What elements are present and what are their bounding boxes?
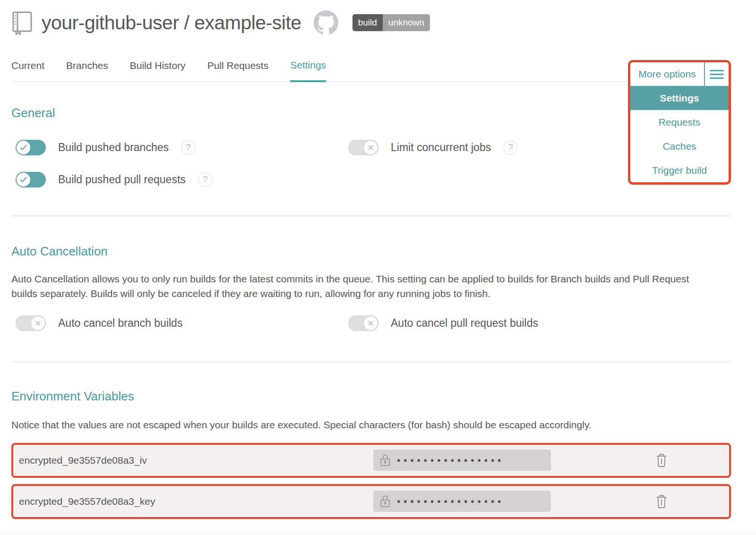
toggle-build-pushed-branches[interactable] xyxy=(16,140,46,155)
environment-variables-list: encrypted_9e3557de08a3_iv ••••••••••••••… xyxy=(11,443,731,519)
repo-header: your-github-user / example-site build un… xyxy=(0,0,756,35)
help-icon[interactable]: ? xyxy=(198,172,213,187)
tab-build-history[interactable]: Build History xyxy=(130,60,186,81)
setting-auto-cancel-branch-builds: Auto cancel branch builds xyxy=(16,315,348,331)
general-heading: General xyxy=(11,106,731,120)
environment-variables-heading: Environment Variables xyxy=(11,389,731,404)
env-var-value-field: •••••••••••••••• xyxy=(373,450,551,471)
github-icon xyxy=(314,10,338,35)
next-row-partial xyxy=(0,529,756,535)
menu-item-requests[interactable]: Requests xyxy=(630,110,729,134)
badge-build-label: build xyxy=(352,14,383,31)
setting-auto-cancel-pull-request-builds: Auto cancel pull request builds xyxy=(348,315,731,331)
more-options-header: More options xyxy=(630,62,729,86)
env-var-name: encrypted_9e3557de08a3_iv xyxy=(19,455,373,466)
x-icon xyxy=(368,320,374,326)
lock-icon xyxy=(380,454,390,467)
x-icon xyxy=(368,144,374,151)
delete-env-var-button[interactable] xyxy=(655,494,668,509)
check-icon xyxy=(19,176,27,183)
repo-book-icon xyxy=(11,10,33,35)
menu-item-settings[interactable]: Settings xyxy=(630,86,729,110)
more-options-dropdown: More options Settings Requests Caches Tr… xyxy=(628,60,731,185)
x-icon xyxy=(35,320,41,326)
toggle-label: Build pushed pull requests xyxy=(58,173,186,186)
masked-value: •••••••••••••••• xyxy=(396,496,503,507)
toggle-label: Auto cancel pull request builds xyxy=(391,317,538,330)
lock-icon xyxy=(380,495,390,508)
toggle-knob xyxy=(364,316,378,330)
toggle-auto-cancel-pull-request-builds[interactable] xyxy=(348,315,378,331)
delete-env-var-button[interactable] xyxy=(655,453,668,467)
env-var-row-iv: encrypted_9e3557de08a3_iv ••••••••••••••… xyxy=(11,443,731,478)
environment-variables-notice: Notice that the values are not escaped w… xyxy=(11,418,706,433)
page-title: your-github-user / example-site xyxy=(42,12,301,34)
help-icon[interactable]: ? xyxy=(181,140,196,155)
trash-icon xyxy=(655,453,668,467)
badge-build-status: unknown xyxy=(383,14,430,31)
env-var-value-field: •••••••••••••••• xyxy=(373,491,551,512)
tab-branches[interactable]: Branches xyxy=(66,60,108,81)
toggle-auto-cancel-branch-builds[interactable] xyxy=(16,315,46,331)
toggle-limit-concurrent-jobs[interactable] xyxy=(348,140,378,155)
auto-cancellation-toggle-grid: Auto cancel branch builds Auto cancel pu… xyxy=(11,315,731,331)
menu-item-caches[interactable]: Caches xyxy=(630,134,729,158)
toggle-build-pushed-pull-requests[interactable] xyxy=(16,172,46,187)
check-icon xyxy=(19,144,27,151)
env-var-name: encrypted_9e3557de08a3_key xyxy=(19,496,373,507)
auto-cancellation-heading: Auto Cancellation xyxy=(11,244,731,259)
toggle-knob xyxy=(17,173,30,187)
section-divider xyxy=(11,361,731,363)
section-divider xyxy=(11,215,731,217)
masked-value: •••••••••••••••• xyxy=(396,455,503,466)
hamburger-icon[interactable] xyxy=(704,62,729,86)
tab-settings[interactable]: Settings xyxy=(290,59,326,82)
build-status-badge: build unknown xyxy=(352,14,430,31)
toggle-label: Build pushed branches xyxy=(58,141,169,154)
toggle-knob xyxy=(364,141,378,154)
more-options-button[interactable]: More options xyxy=(630,62,704,86)
setting-build-pushed-pull-requests: Build pushed pull requests ? xyxy=(16,171,348,187)
auto-cancellation-description: Auto Cancellation allows you to only run… xyxy=(11,272,706,301)
toggle-label: Limit concurrent jobs xyxy=(391,141,491,154)
repo-tabs: Current Branches Build History Pull Requ… xyxy=(11,59,731,82)
setting-build-pushed-branches: Build pushed branches ? xyxy=(16,139,348,155)
help-icon[interactable]: ? xyxy=(503,140,518,155)
trash-icon xyxy=(655,494,668,509)
toggle-knob xyxy=(31,316,45,330)
env-var-row-key: encrypted_9e3557de08a3_key •••••••••••••… xyxy=(11,484,731,519)
travis-repo-settings-page: your-github-user / example-site build un… xyxy=(0,0,756,535)
toggle-label: Auto cancel branch builds xyxy=(58,317,182,330)
settings-content: General Build pushed branches ? Limit co… xyxy=(11,106,731,519)
tab-current[interactable]: Current xyxy=(11,60,44,81)
toggle-knob xyxy=(17,141,30,154)
menu-item-trigger-build[interactable]: Trigger build xyxy=(630,158,729,182)
tab-pull-requests[interactable]: Pull Requests xyxy=(207,60,269,81)
general-toggle-grid: Build pushed branches ? Limit concurrent… xyxy=(11,139,731,187)
